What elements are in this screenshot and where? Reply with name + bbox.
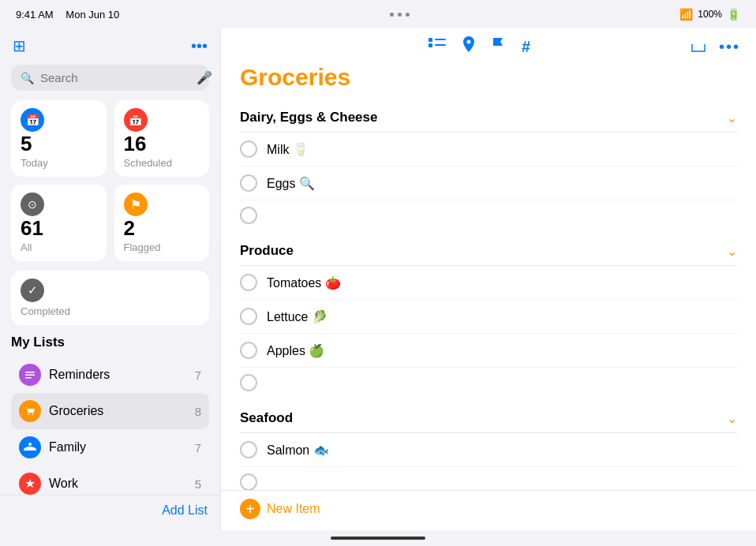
dairy-section: Dairy, Eggs & Cheese ⌄ Milk 🥛 Eggs 🔍: [240, 103, 737, 230]
grocery-item-apples: Apples 🍏: [240, 334, 737, 368]
flagged-icon: ⚑: [124, 193, 148, 216]
smart-card-flagged-header: ⚑: [124, 193, 200, 216]
scheduled-icon: 📅: [124, 108, 148, 132]
reminders-view-icon[interactable]: [429, 38, 446, 56]
produce-section: Produce ⌄ Tomatoes 🍅 Lettuce 🥬 Apples 🍏: [240, 237, 737, 398]
share-icon[interactable]: [691, 36, 706, 58]
smart-card-all-header: ⊙: [21, 193, 97, 216]
sidebar-item-family[interactable]: Family 7: [11, 429, 209, 466]
smart-card-scheduled-header: 📅: [124, 108, 200, 132]
smart-card-today-header: 📅: [21, 108, 97, 132]
search-input[interactable]: [40, 71, 190, 84]
home-bar: [331, 537, 425, 540]
sidebar-item-groceries[interactable]: Groceries 8: [11, 393, 209, 429]
completed-label: Completed: [21, 305, 70, 317]
sidebar-toggle-icon[interactable]: ⊞: [13, 36, 26, 55]
eggs-checkbox[interactable]: [240, 174, 257, 192]
completed-card[interactable]: ✓ Completed: [11, 271, 209, 325]
seafood-section-title: Seafood: [240, 410, 293, 426]
ipad-frame: 9:41 AM Mon Jun 10 📶 100% 🔋 ⊞ ••• 🔍: [0, 0, 756, 546]
today-label: Today: [21, 157, 97, 169]
today-icon: 📅: [21, 108, 44, 132]
groceries-count: 8: [195, 405, 201, 418]
milk-checkbox[interactable]: [240, 140, 257, 158]
seafood-add-circle[interactable]: [240, 473, 257, 491]
flag-icon[interactable]: [492, 37, 506, 57]
new-item-label: New Item: [267, 502, 320, 516]
search-bar[interactable]: 🔍 🎤: [11, 65, 209, 91]
milk-name: Milk 🥛: [267, 142, 309, 157]
location-icon[interactable]: [462, 36, 476, 58]
salmon-checkbox[interactable]: [240, 441, 257, 458]
eggs-name: Eggs 🔍: [267, 176, 315, 191]
dairy-section-header[interactable]: Dairy, Eggs & Cheese ⌄: [240, 103, 737, 133]
grocery-item-lettuce: Lettuce 🥬: [240, 300, 737, 334]
grocery-item-eggs: Eggs 🔍: [240, 166, 737, 200]
sidebar-header: ⊞ •••: [0, 28, 220, 62]
smart-card-today[interactable]: 📅 5 Today: [11, 100, 107, 177]
sidebar-item-reminders[interactable]: Reminders 7: [11, 357, 209, 393]
completed-icon: ✓: [21, 279, 44, 302]
detail-content: Groceries Dairy, Eggs & Cheese ⌄ Milk 🥛 …: [221, 64, 756, 530]
main-content: ⊞ ••• 🔍 🎤 📅 5 Today: [0, 28, 756, 530]
new-item-button[interactable]: + New Item: [240, 499, 320, 519]
smart-card-all[interactable]: ⊙ 61 All: [11, 185, 107, 261]
new-item-plus-icon: +: [240, 499, 260, 519]
work-count: 5: [195, 477, 201, 491]
hashtag-icon[interactable]: #: [522, 38, 530, 56]
seafood-chevron-icon[interactable]: ⌄: [727, 411, 737, 426]
all-icon: ⊙: [21, 193, 44, 216]
tomatoes-name: Tomatoes 🍅: [267, 275, 341, 290]
new-item-bar: + New Item: [221, 490, 756, 527]
svg-point-3: [28, 413, 29, 415]
status-time: 9:41 AM: [16, 9, 54, 21]
battery-icon: 🔋: [727, 8, 740, 21]
microphone-icon[interactable]: 🎤: [196, 70, 212, 85]
battery-percentage: 100%: [698, 9, 722, 20]
produce-chevron-icon[interactable]: ⌄: [727, 244, 737, 259]
smart-card-flagged[interactable]: ⚑ 2 Flagged: [114, 185, 210, 261]
toolbar-right: •••: [691, 36, 740, 58]
seafood-section-header[interactable]: Seafood ⌄: [240, 404, 737, 433]
svg-point-4: [32, 413, 33, 415]
apples-checkbox[interactable]: [240, 342, 257, 359]
status-bar: 9:41 AM Mon Jun 10 📶 100% 🔋: [0, 0, 756, 28]
dot1: [390, 13, 394, 17]
sidebar-footer: Add List: [0, 495, 220, 530]
status-bar-left: 9:41 AM Mon Jun 10: [16, 9, 119, 21]
seafood-section: Seafood ⌄ Salmon 🐟: [240, 404, 737, 497]
work-icon: [19, 473, 41, 495]
produce-section-header[interactable]: Produce ⌄: [240, 237, 737, 266]
dairy-chevron-icon[interactable]: ⌄: [727, 110, 737, 125]
svg-marker-5: [25, 479, 35, 488]
flagged-count: 2: [124, 218, 200, 238]
wifi-icon: 📶: [679, 8, 693, 21]
svg-rect-1: [25, 375, 35, 376]
groceries-icon: [19, 400, 41, 422]
lettuce-checkbox[interactable]: [240, 308, 257, 325]
dot2: [398, 13, 402, 17]
tomatoes-checkbox[interactable]: [240, 274, 257, 291]
sidebar-more-icon[interactable]: •••: [191, 37, 208, 55]
my-lists-section: My Lists Reminders 7 Groceries 8: [0, 335, 220, 495]
status-date: Mon Jun 10: [65, 9, 119, 21]
detail-panel: # ••• Groceries Dairy, Eggs & Cheese ⌄: [221, 28, 756, 530]
detail-toolbar: # •••: [221, 28, 756, 64]
sidebar-item-work[interactable]: Work 5: [11, 466, 209, 495]
salmon-name: Salmon 🐟: [267, 443, 329, 458]
smart-card-scheduled[interactable]: 📅 16 Scheduled: [114, 100, 210, 177]
status-bar-center: [390, 13, 410, 17]
scheduled-label: Scheduled: [124, 157, 200, 169]
produce-add-circle[interactable]: [240, 374, 257, 391]
reminders-icon: [19, 364, 41, 386]
dairy-add-circle[interactable]: [240, 207, 257, 224]
add-list-button[interactable]: Add List: [162, 503, 208, 518]
toolbar-center: #: [429, 36, 530, 58]
family-count: 7: [195, 441, 201, 454]
status-bar-right: 📶 100% 🔋: [679, 8, 740, 21]
produce-section-title: Produce: [240, 243, 294, 259]
svg-rect-10: [435, 44, 446, 46]
svg-rect-7: [429, 38, 432, 42]
more-icon[interactable]: •••: [719, 38, 740, 56]
family-name: Family: [49, 440, 187, 454]
